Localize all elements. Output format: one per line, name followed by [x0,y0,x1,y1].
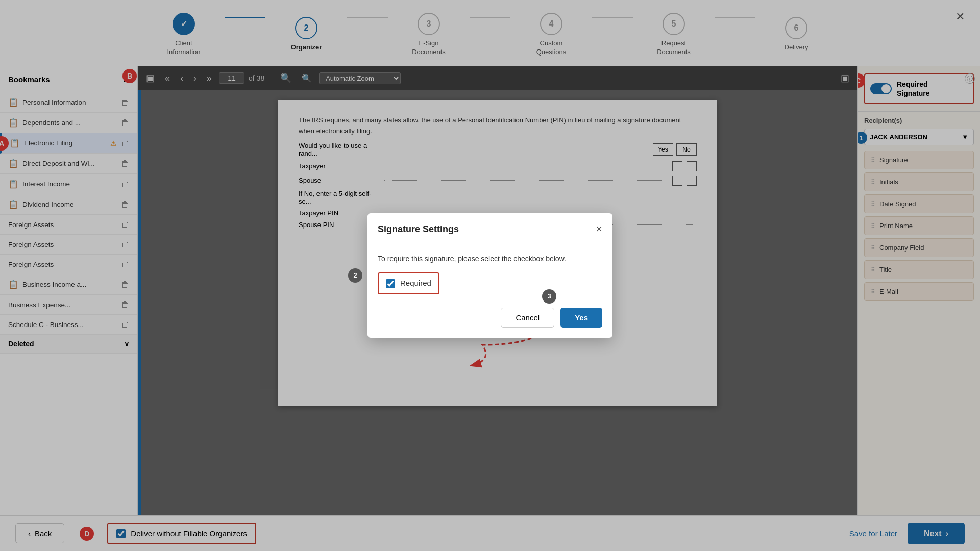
required-checkbox[interactable] [386,279,395,288]
dialog-box: Signature Settings × To require this sig… [368,213,612,338]
step-badge-2: 2 [348,268,362,283]
dialog-required-checkbox-row: 2 Required [378,272,439,294]
dialog-close-button[interactable]: × [596,222,602,236]
dialog-title: Signature Settings [378,224,459,235]
dialog-cancel-button[interactable]: Cancel [501,308,554,328]
dialog-yes-button[interactable]: Yes [560,308,602,328]
dialog-footer: 3 Cancel Yes [368,299,612,328]
dialog-overlay: Signature Settings × To require this sig… [0,0,980,551]
required-checkbox-label: Required [400,278,431,289]
dialog-body-text: To require this signature, please select… [378,254,602,264]
step-badge-3: 3 [542,289,556,304]
dialog-body: To require this signature, please select… [368,243,612,299]
dialog-title-bar: Signature Settings × [368,213,612,243]
